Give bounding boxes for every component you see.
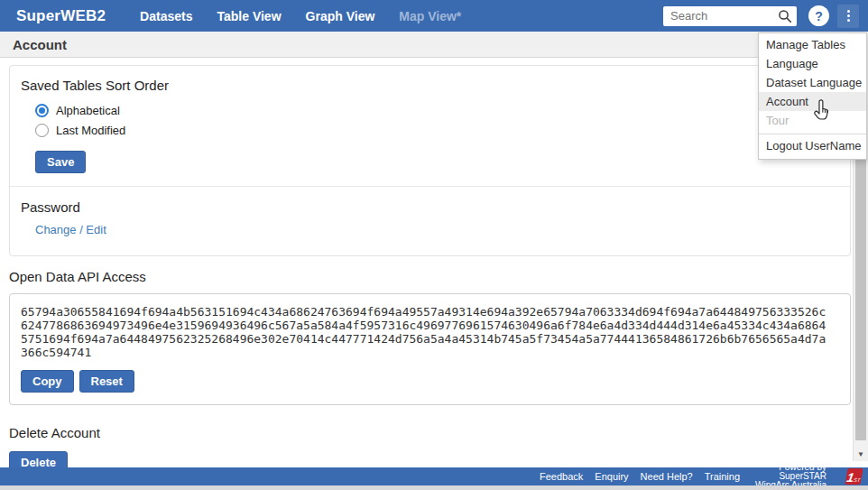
page-title: Account <box>0 32 868 58</box>
change-password-link[interactable]: Change / Edit <box>35 223 106 236</box>
search-input[interactable] <box>663 6 797 26</box>
api-key-actions: Copy Reset <box>21 370 839 393</box>
sort-order-section: Saved Tables Sort Order Alphabetical Las… <box>10 66 850 186</box>
radio-option-alphabetical[interactable]: Alphabetical <box>35 104 839 117</box>
menu-item-tour: Tour <box>759 111 866 130</box>
footer-link-enquiry[interactable]: Enquiry <box>595 471 628 482</box>
api-access-heading: Open Data API Access <box>9 269 851 284</box>
delete-account-heading: Delete Account <box>9 425 851 440</box>
footer-links: FeedbackEnquiryNeed Help?Training <box>540 471 740 482</box>
wingarc-1st-logo: 1ST <box>845 468 863 485</box>
save-button[interactable]: Save <box>35 151 86 173</box>
menu-item-manage-tables[interactable]: Manage Tables <box>759 35 866 54</box>
user-dropdown-menu: Manage TablesLanguageDataset LanguageAcc… <box>758 32 867 160</box>
search-icon[interactable] <box>778 9 792 23</box>
password-section: Password Change / Edit <box>10 186 850 255</box>
menu-item-dataset-language[interactable]: Dataset Language <box>759 73 866 92</box>
scrollbar-down-arrow-icon[interactable]: ▼ <box>854 450 868 458</box>
settings-panel: Saved Tables Sort Order Alphabetical Las… <box>9 65 851 256</box>
menu-item-language[interactable]: Language <box>759 54 866 73</box>
footer-link-need-help[interactable]: Need Help? <box>641 471 693 482</box>
radio-option-last-modified[interactable]: Last Modified <box>35 124 839 137</box>
kebab-menu-icon[interactable] <box>837 5 859 28</box>
password-heading: Password <box>21 199 839 215</box>
radio-icon[interactable] <box>35 104 49 117</box>
menu-item-logout[interactable]: Logout UserName <box>759 134 866 156</box>
horizontal-scrollbar-track[interactable] <box>0 485 868 490</box>
search-box <box>663 6 797 26</box>
api-key-panel: 65794a30655841694f694a4b563151694c434a68… <box>9 293 851 405</box>
nav-item-datasets[interactable]: Datasets <box>140 9 192 23</box>
account-content: Saved Tables Sort Order Alphabetical Las… <box>0 58 868 487</box>
reset-button[interactable]: Reset <box>79 370 134 393</box>
sort-order-options: Alphabetical Last Modified <box>21 104 839 137</box>
sort-order-heading: Saved Tables Sort Order <box>21 78 839 93</box>
nav-item-map-view: Map View* <box>399 9 461 23</box>
menu-item-account[interactable]: Account <box>759 92 866 111</box>
app-logo[interactable]: SuperWEB2 <box>16 7 106 25</box>
radio-label: Alphabetical <box>56 104 120 117</box>
main-nav: DatasetsTable ViewGraph ViewMap View* <box>140 9 461 23</box>
nav-item-graph-view[interactable]: Graph View <box>306 9 375 23</box>
radio-icon[interactable] <box>35 124 49 137</box>
footer-link-feedback[interactable]: Feedback <box>540 471 583 482</box>
api-key-text: 65794a30655841694f694a4b563151694c434a68… <box>21 305 827 359</box>
copy-button[interactable]: Copy <box>21 370 74 393</box>
help-icon[interactable]: ? <box>808 5 829 26</box>
top-navbar: SuperWEB2 DatasetsTable ViewGraph ViewMa… <box>0 0 868 32</box>
radio-label: Last Modified <box>56 124 125 137</box>
footer-bar: FeedbackEnquiryNeed Help?Training Powere… <box>0 467 868 485</box>
nav-item-table-view[interactable]: Table View <box>217 9 281 23</box>
footer-link-training[interactable]: Training <box>705 471 740 482</box>
